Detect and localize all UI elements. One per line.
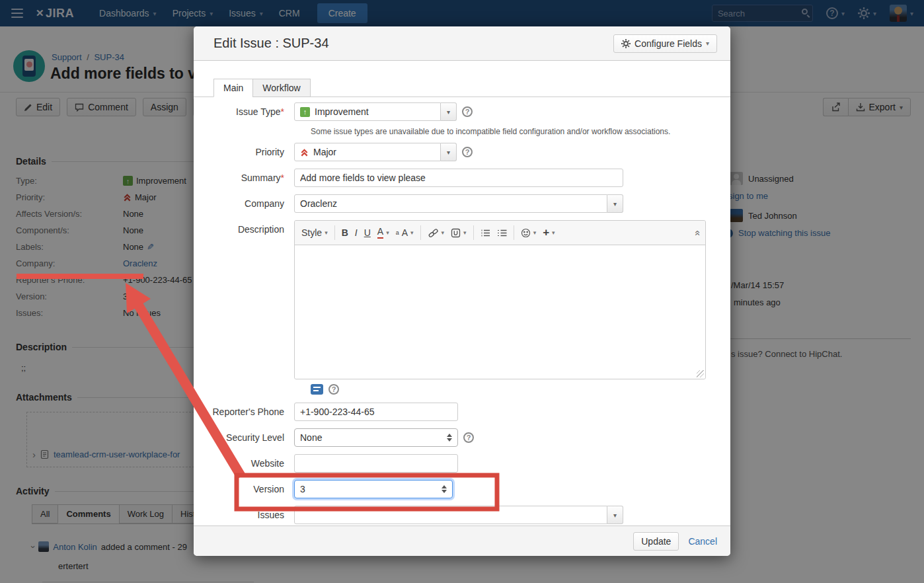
help-icon[interactable]: ? xyxy=(462,106,473,117)
issue-type-dropdown-button[interactable]: ▾ xyxy=(441,102,457,121)
attach-button[interactable]: ▾ xyxy=(451,228,467,238)
issues-dropdown-button[interactable]: ▾ xyxy=(607,506,623,524)
help-icon[interactable]: ? xyxy=(462,147,473,157)
priority-dropdown-button[interactable]: ▾ xyxy=(441,143,457,161)
phone-input[interactable] xyxy=(294,403,458,421)
caret-down-icon: ▾ xyxy=(442,229,445,236)
field-company: Company ▾ xyxy=(200,194,730,213)
field-issues: Issues ▾ xyxy=(200,506,730,524)
caret-down-icon: ▾ xyxy=(410,229,414,236)
field-phone: Reporter's Phone xyxy=(200,403,730,421)
cancel-link[interactable]: Cancel xyxy=(688,536,717,547)
field-security: Security Level None ? xyxy=(200,428,730,447)
underline-button[interactable]: U xyxy=(364,227,371,238)
field-summary: Summary* xyxy=(200,169,730,187)
dialog-header: Edit Issue : SUP-34 Configure Fields ▾ xyxy=(194,26,730,61)
improvement-icon: ↑ xyxy=(300,107,310,117)
emoji-icon xyxy=(521,228,531,238)
text-color-button[interactable]: A ▾ xyxy=(377,227,389,238)
field-version: Version 3 xyxy=(200,480,730,498)
description-textarea[interactable] xyxy=(295,245,705,379)
numbered-list-button[interactable] xyxy=(497,229,507,237)
issues-combo[interactable]: ▾ xyxy=(294,506,623,524)
company-combo[interactable]: ▾ xyxy=(294,194,623,213)
paperclip-icon xyxy=(451,228,461,238)
select-spinner-icon xyxy=(447,434,452,442)
description-editor: Style ▾ B I U A ▾ xyxy=(294,220,706,379)
bullet-list-button[interactable] xyxy=(481,229,490,237)
emoji-button[interactable]: ▾ xyxy=(521,228,537,238)
italic-button[interactable]: I xyxy=(355,227,358,238)
select-spinner-icon xyxy=(442,485,447,493)
dialog-body: Main Workflow Issue Type* ↑ Improvement … xyxy=(194,61,730,525)
version-select[interactable]: 3 xyxy=(294,480,453,498)
field-website: Website xyxy=(200,454,730,473)
field-description: Description Style ▾ B I U A xyxy=(200,220,730,379)
dialog-title: Edit Issue : SUP-34 xyxy=(213,36,329,51)
link-icon xyxy=(428,228,439,238)
issue-type-note: Some issue types are unavailable due to … xyxy=(311,126,730,137)
tab-workflow[interactable]: Workflow xyxy=(252,79,310,97)
dialog-tabs: Main Workflow xyxy=(194,79,730,97)
bullet-list-icon xyxy=(481,229,490,237)
company-dropdown-button[interactable]: ▾ xyxy=(607,194,623,213)
help-icon[interactable]: ? xyxy=(463,432,474,443)
caret-down-icon: ▾ xyxy=(706,40,709,47)
update-button[interactable]: Update xyxy=(633,532,679,551)
style-menu[interactable]: Style ▾ xyxy=(301,227,328,238)
edit-issue-dialog: Edit Issue : SUP-34 Configure Fields ▾ M… xyxy=(194,26,730,556)
bold-button[interactable]: B xyxy=(342,227,348,238)
website-input[interactable] xyxy=(294,454,458,473)
caret-down-icon: ▾ xyxy=(325,229,328,236)
issue-type-combo[interactable]: ↑ Improvement ▾ xyxy=(294,102,457,121)
text-mode-toggle-icon[interactable] xyxy=(311,384,323,395)
caret-down-icon: ▾ xyxy=(552,229,555,236)
help-icon[interactable]: ? xyxy=(328,384,339,395)
link-button[interactable]: ▾ xyxy=(428,228,445,238)
summary-input[interactable] xyxy=(294,169,623,187)
editor-toolbar: Style ▾ B I U A ▾ xyxy=(295,221,705,245)
field-issue-type: Issue Type* ↑ Improvement ▾ ? xyxy=(200,102,730,121)
text-size-button[interactable]: aA ▾ xyxy=(396,227,414,238)
plus-icon: + xyxy=(543,226,549,239)
gear-icon xyxy=(621,39,631,48)
field-priority: Priority Major ▾ ? xyxy=(200,143,730,161)
caret-down-icon: ▾ xyxy=(386,229,389,236)
major-priority-icon xyxy=(300,148,309,157)
insert-more-button[interactable]: + ▾ xyxy=(543,226,555,239)
dialog-footer: Update Cancel xyxy=(194,525,730,556)
tab-main[interactable]: Main xyxy=(213,79,253,97)
collapse-toolbar-icon[interactable]: » xyxy=(690,230,701,235)
company-input[interactable] xyxy=(294,194,607,213)
caret-down-icon: ▾ xyxy=(463,229,467,236)
caret-down-icon: ▾ xyxy=(533,229,537,236)
numbered-list-icon xyxy=(497,229,507,237)
priority-combo[interactable]: Major ▾ xyxy=(294,143,457,161)
security-level-select[interactable]: None xyxy=(294,428,458,447)
issues-input[interactable] xyxy=(294,506,607,524)
resize-handle[interactable] xyxy=(697,370,704,377)
configure-fields-button[interactable]: Configure Fields ▾ xyxy=(613,34,717,53)
